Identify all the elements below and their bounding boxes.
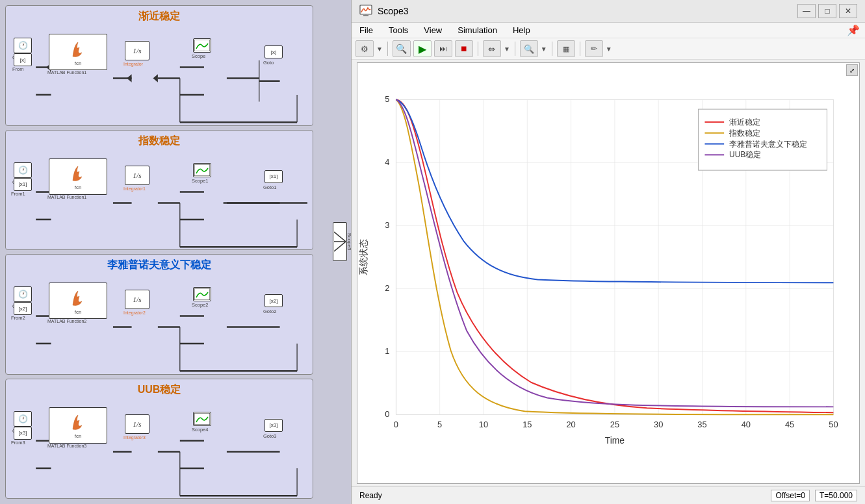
diagram1: 🕐 Clock [x] From fcn MATLAB Function1 1/… (11, 26, 307, 136)
from3-label: From2 (11, 315, 25, 321)
goto1-label: Goto (263, 60, 274, 66)
matlab-fn3-label: MATLAB Function2 (47, 319, 86, 323)
scope-title-text: Scope3 (378, 6, 408, 16)
autoscale-dropdown[interactable]: ▼ (504, 45, 510, 53)
from1: [x] (14, 53, 32, 66)
svg-text:5: 5 (385, 94, 389, 104)
integrator3: 1/s (125, 290, 149, 309)
svg-line-52 (334, 242, 346, 251)
svg-text:50: 50 (829, 420, 838, 429)
clock3: 🕐 (14, 286, 32, 302)
play-button[interactable]: ▶ (413, 40, 432, 57)
svg-text:30: 30 (654, 420, 663, 429)
scope1-blk (193, 38, 211, 53)
close-button[interactable]: ✕ (839, 4, 857, 18)
group-exponential: 指数稳定 🕐 Clock1 [x1] From1 (5, 130, 313, 251)
svg-text:35: 35 (697, 420, 706, 429)
svg-text:UUB稳定: UUB稳定 (729, 150, 761, 159)
integrator4-label: Integrator3 (123, 435, 146, 440)
maximize-button[interactable]: □ (818, 4, 836, 18)
stop-button[interactable]: ⏹ (455, 40, 473, 57)
svg-marker-13 (127, 74, 131, 82)
svg-text:45: 45 (785, 420, 794, 429)
menu-help[interactable]: Help (510, 24, 533, 36)
menu-file[interactable]: File (357, 24, 376, 36)
svg-text:4: 4 (385, 157, 389, 167)
scope4-blk-label: Scope4 (192, 427, 208, 433)
settings-dropdown[interactable]: ▼ (376, 45, 383, 53)
cursor-button[interactable]: ✏ (585, 40, 603, 57)
menu-tools[interactable]: Tools (386, 24, 411, 36)
integrator1-label: Integrator (123, 62, 143, 66)
scope4-blk (193, 412, 211, 426)
scope-window: Scope3 — □ ✕ File Tools View Simulation … (351, 0, 865, 504)
goto2: [x1] (265, 170, 283, 183)
svg-text:15: 15 (523, 420, 532, 429)
scope-statusbar: Ready Offset=0 T=50.000 (352, 486, 865, 504)
chart-svg: 0 1 2 3 4 5 0 5 10 15 20 25 30 35 40 45 … (357, 63, 859, 483)
scope3-mux (333, 222, 347, 261)
zoom-xy-button[interactable]: 🔍 (520, 40, 538, 57)
window-controls[interactable]: — □ ✕ (797, 4, 857, 18)
cursor-dropdown[interactable]: ▼ (606, 45, 612, 53)
svg-rect-54 (363, 15, 368, 16)
from1-label: From (12, 66, 24, 72)
minimize-button[interactable]: — (797, 4, 816, 18)
pin-icon[interactable]: 📌 (847, 24, 860, 36)
svg-text:系统状态: 系统状态 (358, 239, 368, 275)
matlab-fn1-label: MATLAB Function1 (47, 70, 86, 75)
scope1-blk-label: Scope (192, 53, 205, 59)
svg-text:25: 25 (610, 420, 619, 429)
zoom-dropdown[interactable]: ▼ (541, 45, 547, 53)
menu-simulation[interactable]: Simulation (455, 24, 500, 36)
fcn2-label: fcn (75, 184, 82, 190)
scope-window-icon (359, 5, 372, 18)
status-ready: Ready (359, 491, 382, 500)
svg-text:3: 3 (385, 220, 389, 230)
settings-button[interactable]: ⚙ (355, 40, 374, 57)
group-uub: UUB稳定 🕐 Clock3 [x3] From3 fcn (5, 379, 313, 499)
svg-text:Time: Time (605, 435, 625, 446)
goto2-label: Goto1 (263, 184, 276, 190)
menu-bar: File Tools View Simulation Help 📌 (352, 23, 865, 38)
fcn2: fcn (49, 158, 107, 195)
fcn1: fcn (49, 34, 107, 70)
menu-view[interactable]: View (421, 24, 445, 36)
goto3-label: Goto2 (263, 309, 276, 314)
from4: [x3] (14, 427, 32, 440)
svg-text:20: 20 (566, 420, 575, 429)
fcn3-label: fcn (75, 309, 82, 315)
step-button[interactable]: ⏭ (434, 40, 452, 57)
group4-title: UUB稳定 (11, 383, 307, 397)
svg-text:0: 0 (385, 409, 389, 419)
zoom-in-button[interactable]: 🔍 (393, 40, 411, 57)
matlab-fn4-label: MATLAB Function3 (47, 444, 86, 448)
scope2-blk (193, 163, 211, 177)
sep2 (478, 42, 478, 56)
integrator4: 1/s (125, 414, 149, 434)
group3-title: 李雅普诺夫意义下稳定 (11, 258, 307, 272)
layout-button[interactable]: ▦ (557, 40, 575, 57)
svg-text:10: 10 (479, 420, 488, 429)
simulink-left-panel: 渐近稳定 � (0, 0, 318, 504)
scope3-blk (193, 287, 211, 301)
goto4-label: Goto3 (263, 433, 276, 439)
clock1: 🕐 (14, 38, 32, 53)
fcn4-label: fcn (75, 433, 82, 439)
goto4: [x3] (265, 419, 283, 432)
svg-text:渐近稳定: 渐近稳定 (729, 118, 760, 127)
scope-title-left: Scope3 (359, 5, 408, 18)
restore-axes-button[interactable]: ⤢ (846, 64, 858, 76)
group2-title: 指数稳定 (11, 134, 307, 148)
autoscale-button[interactable]: ⇔ (483, 40, 501, 57)
fcn4: fcn (49, 407, 107, 444)
svg-marker-14 (153, 74, 157, 82)
diagram4: 🕐 Clock3 [x3] From3 fcn MATLAB Function3… (11, 399, 307, 505)
from3: [x2] (14, 302, 32, 315)
svg-text:5: 5 (437, 420, 442, 429)
scope3-blk-label: Scope2 (192, 302, 208, 308)
scope2-blk-label: Scope1 (192, 178, 208, 184)
svg-text:指数稳定: 指数稳定 (729, 129, 760, 138)
integrator3-label: Integrator2 (123, 310, 146, 315)
status-time: T=50.000 (815, 490, 857, 501)
